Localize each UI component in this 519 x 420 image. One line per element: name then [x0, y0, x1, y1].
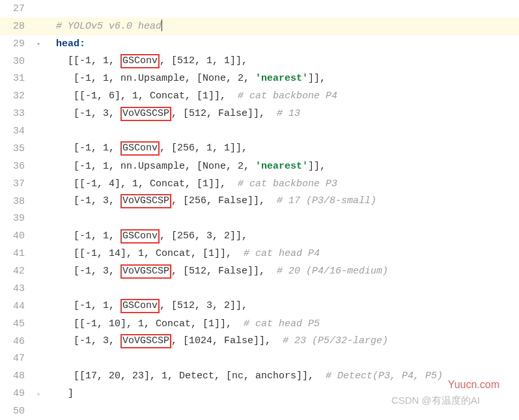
- code-text: , [512, 1, 1]],: [160, 55, 247, 66]
- fold-toggle-icon[interactable]: ▵: [33, 389, 44, 398]
- code-line[interactable]: 27: [0, 0, 519, 18]
- indent: [44, 335, 68, 346]
- code-line[interactable]: 47: [0, 350, 519, 368]
- line-number: 28: [0, 21, 33, 32]
- line-number: 38: [0, 196, 33, 207]
- code-line[interactable]: 37 [[-1, 4], 1, Concat, [1]], # cat back…: [0, 175, 519, 193]
- code-line[interactable]: 34: [0, 122, 519, 140]
- text-cursor: [161, 20, 162, 31]
- line-number: 27: [0, 3, 33, 14]
- indent: [44, 388, 68, 399]
- indent: [44, 248, 68, 259]
- code-line[interactable]: 45 [[-1, 10], 1, Concat, [1]], # cat hea…: [0, 315, 519, 333]
- code-content[interactable]: [-1, 1, nn.Upsample, [None, 2, 'nearest'…: [44, 73, 519, 84]
- line-number: 34: [0, 126, 33, 137]
- code-line[interactable]: 36 [-1, 1, nn.Upsample, [None, 2, 'neare…: [0, 158, 519, 175]
- indent: [44, 195, 68, 206]
- line-number: 40: [0, 231, 33, 242]
- comment-text: # cat backbone P3: [238, 178, 337, 189]
- code-text: ]: [68, 388, 74, 399]
- code-line[interactable]: 44 [-1, 1, GSConv, [512, 3, 2]],: [0, 298, 519, 315]
- code-content[interactable]: [[-1, 10], 1, Concat, [1]], # cat head P…: [44, 318, 519, 329]
- code-text: , [512, 3, 2]],: [160, 300, 247, 311]
- code-line[interactable]: 40 [-1, 1, GSConv, [256, 3, 2]],: [0, 227, 519, 245]
- code-content[interactable]: # YOLOv5 v6.0 head: [44, 20, 519, 33]
- code-text: , [256, 1, 1]],: [160, 143, 247, 154]
- code-content[interactable]: [-1, 1, GSConv, [256, 1, 1]],: [44, 141, 519, 156]
- string-literal: 'nearest': [255, 161, 308, 172]
- code-line[interactable]: 33 [-1, 3, VoVGSCSP, [512, False]], # 13: [0, 105, 519, 122]
- code-content[interactable]: [-1, 1, GSConv, [256, 3, 2]],: [44, 229, 519, 244]
- code-content[interactable]: [[-1, 14], 1, Concat, [1]], # cat head P…: [44, 248, 519, 259]
- line-number: 49: [0, 388, 33, 399]
- code-text: [-1, 3,: [68, 108, 120, 119]
- code-content[interactable]: [[-1, 4], 1, Concat, [1]], # cat backbon…: [44, 178, 519, 189]
- indent: [44, 371, 68, 382]
- code-content[interactable]: [-1, 3, VoVGSCSP, [256, False]], # 17 (P…: [44, 194, 519, 208]
- watermark-site: Yuucn.com: [448, 379, 499, 391]
- line-number: 50: [0, 406, 33, 417]
- code-text: [[17, 20, 23], 1, Detect, [nc, anchors]]…: [68, 371, 326, 382]
- code-line[interactable]: 30 [[-1, 1, GSConv, [512, 1, 1]],: [0, 53, 519, 70]
- code-line[interactable]: 35 [-1, 1, GSConv, [256, 1, 1]],: [0, 140, 519, 158]
- string-literal: 'nearest': [255, 73, 308, 84]
- code-text: [[-1, 1,: [68, 55, 120, 66]
- code-text: , [256, False]],: [171, 195, 277, 206]
- highlighted-token: GSConv: [120, 54, 160, 68]
- code-content[interactable]: [-1, 1, nn.Upsample, [None, 2, 'nearest'…: [44, 161, 519, 172]
- highlighted-token: VoVGSCSP: [120, 194, 171, 208]
- line-number: 35: [0, 143, 33, 154]
- comment-text: # cat backbone P4: [238, 91, 337, 102]
- code-text: ]],: [308, 73, 326, 84]
- code-text: [-1, 1,: [68, 143, 120, 154]
- code-content[interactable]: [-1, 3, VoVGSCSP, [1024, False]], # 23 (…: [44, 334, 519, 348]
- fold-toggle-icon[interactable]: ▾: [33, 40, 44, 48]
- code-line[interactable]: 42 [-1, 3, VoVGSCSP, [512, False]], # 20…: [0, 262, 519, 280]
- line-number: 32: [0, 91, 33, 102]
- code-text: [-1, 3,: [68, 335, 120, 346]
- code-text: [-1, 1, nn.Upsample, [None, 2,: [68, 161, 255, 172]
- comment-text: # Detect(P3, P4, P5): [326, 371, 443, 382]
- indent: [44, 108, 68, 119]
- code-text: [[-1, 14], 1, Concat, [1]],: [68, 248, 244, 259]
- highlighted-token: GSConv: [120, 299, 160, 313]
- code-text: [[-1, 10], 1, Concat, [1]],: [68, 318, 244, 329]
- code-content[interactable]: [-1, 1, GSConv, [512, 3, 2]],: [44, 299, 519, 313]
- highlighted-token: GSConv: [120, 229, 160, 244]
- line-number: 36: [0, 161, 33, 172]
- code-text: [-1, 1,: [68, 231, 120, 242]
- code-line[interactable]: 41 [[-1, 14], 1, Concat, [1]], # cat hea…: [0, 245, 519, 262]
- indent: [44, 38, 56, 49]
- highlighted-token: VoVGSCSP: [120, 334, 171, 348]
- code-line[interactable]: 31 [-1, 1, nn.Upsample, [None, 2, 'neare…: [0, 70, 519, 88]
- code-text: , [512, False]],: [171, 266, 277, 277]
- code-content[interactable]: head:: [44, 38, 519, 49]
- line-number: 31: [0, 73, 33, 84]
- line-number: 33: [0, 108, 33, 119]
- code-line[interactable]: 46 [-1, 3, VoVGSCSP, [1024, False]], # 2…: [0, 333, 519, 350]
- code-content[interactable]: [-1, 3, VoVGSCSP, [512, False]], # 20 (P…: [44, 264, 519, 279]
- code-line[interactable]: 48 [[17, 20, 23], 1, Detect, [nc, anchor…: [0, 367, 519, 385]
- line-number: 42: [0, 266, 33, 277]
- comment-text: # cat head P5: [244, 318, 320, 329]
- code-text: ]],: [308, 161, 326, 172]
- code-line[interactable]: 29 ▾ head:: [0, 35, 519, 53]
- code-line[interactable]: 39: [0, 210, 519, 228]
- code-line[interactable]: 32 [[-1, 6], 1, Concat, [1]], # cat back…: [0, 87, 519, 105]
- indent: [44, 266, 68, 277]
- comment-text: # 17 (P3/8-small): [277, 195, 376, 206]
- line-number: 37: [0, 178, 33, 189]
- indent: [44, 91, 68, 102]
- code-content[interactable]: [-1, 3, VoVGSCSP, [512, False]], # 13: [44, 107, 519, 121]
- code-line[interactable]: 43: [0, 280, 519, 298]
- code-text: , [512, False]],: [171, 108, 277, 119]
- code-line-active[interactable]: 28 # YOLOv5 v6.0 head: [0, 18, 519, 35]
- code-line[interactable]: 38 [-1, 3, VoVGSCSP, [256, False]], # 17…: [0, 193, 519, 210]
- comment-text: # YOLOv5 v6.0 head: [56, 21, 161, 32]
- code-text: [[-1, 6], 1, Concat, [1]],: [68, 91, 238, 102]
- code-text: , [256, 3, 2]],: [160, 231, 247, 242]
- indent: [44, 318, 68, 329]
- code-content[interactable]: [[-1, 6], 1, Concat, [1]], # cat backbon…: [44, 91, 519, 102]
- code-content[interactable]: [[-1, 1, GSConv, [512, 1, 1]],: [44, 54, 519, 68]
- code-editor[interactable]: 27 28 # YOLOv5 v6.0 head 29 ▾ head: 30 […: [0, 0, 519, 420]
